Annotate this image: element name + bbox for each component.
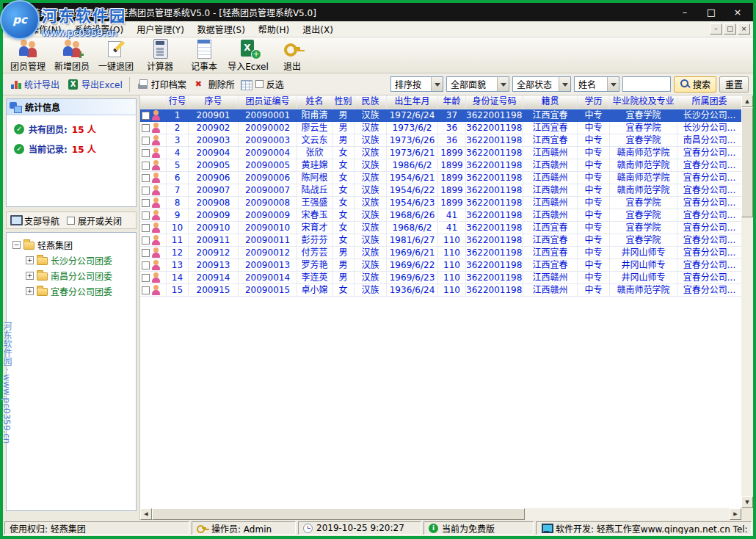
table-cell: 1899 — [438, 184, 466, 197]
search-field-select[interactable]: 姓名 — [574, 76, 619, 92]
table-row[interactable]: 1520091520090015卓小嫦女汉族1936/6/24110362200… — [140, 284, 741, 297]
table-header-cell[interactable]: 性别 — [332, 95, 355, 109]
toolbar-button[interactable]: 团员管理 — [6, 38, 50, 72]
row-checkbox[interactable] — [142, 137, 150, 145]
table-header-cell[interactable] — [140, 95, 167, 109]
table-row[interactable]: 1220091220090012付芳芸男汉族1969/6/21110362200… — [140, 247, 741, 259]
menu-item[interactable]: 团员操作(N) — [6, 21, 68, 37]
expand-collapse-checkbox[interactable] — [67, 217, 75, 225]
row-checkbox[interactable] — [142, 187, 150, 195]
toolbar-button[interactable]: 导入Ecxel — [226, 38, 270, 72]
invert-selection-checkbox[interactable] — [255, 80, 263, 88]
tree-item[interactable]: +长沙分公司团委 — [10, 253, 133, 268]
horizontal-scroll-thumb[interactable] — [152, 508, 525, 520]
sort-order-select[interactable]: 排序按 — [390, 76, 443, 92]
toolbar-button[interactable]: 一键退团 — [94, 38, 138, 72]
table-row[interactable]: 1420091420090014李连英男汉族1969/6/23110362200… — [140, 272, 741, 284]
table-row[interactable]: 320090320090003文云东男汉族1973/6/263636220011… — [140, 134, 741, 147]
table-header-cell[interactable]: 毕业院校及专业 — [610, 95, 677, 109]
row-checkbox[interactable] — [142, 286, 150, 294]
table-row[interactable]: 920090920090009宋春玉女汉族1968/6/264136220011… — [140, 209, 741, 222]
row-checkbox[interactable] — [142, 211, 150, 220]
table-header-cell[interactable]: 行号 — [167, 95, 189, 109]
export-excel-button[interactable]: 导出Excel — [65, 76, 125, 92]
menu-item[interactable]: 用户管理(Y) — [130, 21, 191, 37]
row-checkbox[interactable] — [142, 236, 150, 245]
table-header-cell[interactable]: 身份证号码 — [466, 95, 523, 109]
stat-export-button[interactable]: 统计导出 — [7, 76, 62, 92]
row-checkbox[interactable] — [142, 261, 150, 270]
expand-icon[interactable]: + — [26, 287, 34, 295]
expand-icon[interactable]: + — [26, 272, 34, 280]
row-checkbox[interactable] — [142, 249, 150, 257]
table-header-cell[interactable]: 学历 — [578, 95, 610, 109]
toolbar-button[interactable]: 计算器 — [138, 38, 182, 72]
mdi-controls: – □ × — [710, 23, 750, 35]
toolbar-button[interactable]: 退出 — [270, 38, 314, 72]
table-header-cell[interactable]: 出生年月 — [387, 95, 438, 109]
toolbar-button[interactable]: 新增团员 — [50, 38, 94, 72]
row-checkbox[interactable] — [142, 199, 150, 207]
table-cell: 江西宜春 — [523, 122, 578, 134]
expand-icon[interactable]: + — [26, 256, 34, 264]
row-checkbox[interactable] — [142, 224, 150, 232]
table-header-cell[interactable]: 年龄 — [438, 95, 466, 109]
table-header-cell[interactable]: 民族 — [355, 95, 387, 109]
mdi-minimize-button[interactable]: – — [710, 23, 722, 35]
collapse-icon[interactable]: − — [12, 241, 21, 249]
table-row[interactable]: 420090420090004张欣女汉族1973/6/2118993622001… — [140, 147, 741, 159]
tree-item[interactable]: +南昌分公司团委 — [10, 268, 133, 283]
table-row[interactable]: 120090120090001阳甫清男汉族1972/6/243736220011… — [140, 109, 741, 122]
table-cell: 宜春分公司... — [677, 147, 741, 159]
tree-item[interactable]: +宜春分公司团委 — [10, 283, 133, 299]
print-button[interactable]: 打印档案 — [134, 76, 189, 92]
delete-selected-button[interactable]: 删除所 — [192, 76, 237, 92]
tree-root[interactable]: − 轻燕集团 — [10, 237, 133, 253]
reset-button-label: 重置 — [725, 78, 743, 90]
menu-item[interactable]: 帮助(H) — [252, 21, 296, 37]
stat-value: 15 人 — [72, 123, 96, 135]
horizontal-scrollbar[interactable]: ◀ ▶ — [140, 508, 741, 520]
mdi-close-button[interactable]: × — [738, 23, 750, 35]
status-select[interactable]: 全部状态 — [512, 76, 571, 92]
search-button[interactable]: 搜索 — [674, 76, 716, 93]
table-row[interactable]: 1020091020090010宋育才女汉族1968/6/24136220011… — [140, 222, 741, 234]
row-checkbox[interactable] — [142, 112, 150, 120]
table-row[interactable]: 220090220090002廖云生男汉族1973/6/236362200119… — [140, 122, 741, 134]
scroll-left-icon[interactable]: ◀ — [140, 508, 152, 520]
menu-item[interactable]: 退出(X) — [296, 21, 340, 37]
table-row[interactable]: 1120091120090011彭芬芬女汉族1981/6/27110362200… — [140, 234, 741, 247]
table-row[interactable]: 720090720090007陆战丘女汉族1954/6/221899362200… — [140, 184, 741, 197]
table-header-cell[interactable]: 姓名 — [297, 95, 332, 109]
table-row[interactable]: 820090820090008王强盛女汉族1954/6/231899362200… — [140, 197, 741, 209]
row-checkbox[interactable] — [142, 124, 150, 132]
scroll-right-icon[interactable]: ▶ — [730, 508, 741, 520]
minimize-button[interactable]: – — [674, 3, 696, 21]
row-checkbox[interactable] — [142, 149, 150, 157]
table-cell: 1 — [167, 109, 189, 122]
political-outlook-select[interactable]: 全部面貌 — [446, 76, 509, 92]
table-cell: 汉族 — [355, 272, 387, 284]
table-row[interactable]: 620090620090006陈阿根女汉族1954/6/211899362200… — [140, 172, 741, 184]
row-checkbox[interactable] — [142, 162, 150, 170]
search-input[interactable] — [622, 76, 671, 92]
table-header-cell[interactable]: 序号 — [189, 95, 239, 109]
table-header-cell[interactable]: 团员证编号 — [239, 95, 297, 109]
table-row[interactable]: 520090520090005黄珪嫦女汉族1986/6/218993622001… — [140, 159, 741, 172]
table-header-cell[interactable]: 籍贯 — [523, 95, 578, 109]
vertical-scroll-thumb[interactable] — [741, 107, 753, 217]
table-header-cell[interactable]: 所属团委 — [677, 95, 741, 109]
row-checkbox[interactable] — [142, 174, 150, 182]
toolbar-button[interactable]: 记事本 — [182, 38, 226, 72]
table-row[interactable]: 1320091320090013罗芳艳男汉族1969/6/22110362200… — [140, 259, 741, 272]
row-checkbox[interactable] — [142, 274, 150, 282]
scroll-up-icon[interactable]: ▲ — [741, 95, 753, 107]
vertical-scrollbar[interactable]: ▲ ▼ — [741, 95, 753, 508]
maximize-button[interactable]: □ — [700, 3, 722, 21]
menu-item[interactable]: 系统设置(O) — [68, 21, 130, 37]
mdi-restore-button[interactable]: □ — [724, 23, 736, 35]
close-button[interactable]: × — [727, 3, 749, 21]
menu-item[interactable]: 数据管理(S) — [191, 21, 252, 37]
reset-button[interactable]: 重置 — [719, 76, 749, 93]
scroll-down-icon[interactable]: ▼ — [741, 496, 753, 508]
